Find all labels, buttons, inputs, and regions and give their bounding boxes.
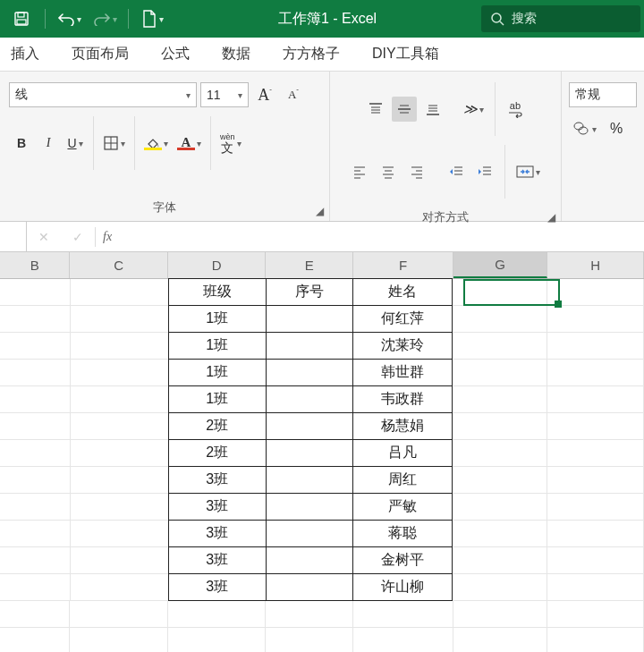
cell[interactable]: 蒋聪 — [352, 520, 453, 547]
font-dialog-launcher[interactable]: ◢ — [316, 205, 324, 217]
cell[interactable] — [71, 574, 169, 601]
cell[interactable]: 3班 — [168, 493, 267, 521]
cell[interactable]: 何红萍 — [352, 305, 453, 333]
align-middle-button[interactable] — [392, 97, 417, 122]
cell[interactable] — [266, 412, 353, 440]
cell[interactable] — [266, 628, 353, 652]
cell[interactable] — [71, 306, 169, 333]
cell[interactable] — [0, 601, 70, 628]
cell[interactable] — [547, 306, 644, 333]
tab-fangfang[interactable]: 方方格子 — [279, 38, 343, 71]
file-button[interactable]: ▾ — [138, 4, 166, 33]
align-center-button[interactable] — [376, 159, 401, 184]
col-header-F[interactable]: F — [353, 252, 453, 278]
cell[interactable] — [453, 494, 547, 521]
alignment-dialog-launcher[interactable]: ◢ — [547, 211, 555, 224]
cell[interactable] — [547, 467, 644, 494]
cell[interactable] — [547, 521, 644, 547]
tab-diy-tools[interactable]: DIY工具箱 — [369, 38, 443, 71]
tab-page-layout[interactable]: 页面布局 — [68, 38, 132, 71]
cell[interactable] — [266, 466, 353, 494]
cell[interactable] — [0, 467, 71, 494]
cell[interactable]: 吕凡 — [352, 439, 453, 467]
orientation-button[interactable]: ≫▾ — [460, 97, 487, 122]
cell[interactable] — [547, 440, 644, 467]
cell[interactable] — [71, 467, 169, 494]
cell[interactable] — [453, 306, 547, 333]
undo-button[interactable]: ▾ — [55, 4, 83, 33]
percent-button[interactable]: % — [604, 116, 629, 141]
cell[interactable] — [71, 494, 169, 521]
tab-data[interactable]: 数据 — [218, 38, 254, 71]
borders-button[interactable]: ▾ — [99, 131, 129, 156]
cell[interactable] — [71, 440, 169, 467]
save-button[interactable] — [7, 4, 36, 33]
cell[interactable] — [71, 386, 169, 413]
cell[interactable]: 沈莱玲 — [352, 332, 453, 360]
cell[interactable] — [353, 601, 453, 628]
cell[interactable] — [453, 521, 547, 547]
fill-color-button[interactable]: ▾ — [140, 131, 172, 156]
cell[interactable] — [547, 279, 644, 306]
col-header-B[interactable]: B — [0, 252, 70, 278]
cell[interactable] — [71, 413, 169, 440]
cell[interactable]: 周红 — [352, 466, 453, 494]
font-name-combo[interactable]: 线▾ — [9, 82, 197, 107]
cell[interactable] — [0, 333, 71, 360]
cell[interactable] — [453, 467, 547, 494]
col-header-H[interactable]: H — [547, 252, 644, 278]
cell[interactable] — [547, 547, 644, 574]
cell[interactable] — [0, 306, 71, 333]
cell[interactable] — [547, 386, 644, 413]
align-right-button[interactable] — [404, 159, 429, 184]
cell[interactable]: 严敏 — [352, 493, 453, 521]
cell[interactable] — [266, 439, 353, 467]
cell[interactable]: 杨慧娟 — [352, 412, 453, 440]
cell[interactable] — [547, 494, 644, 521]
increase-font-button[interactable]: Aˆ — [252, 82, 277, 107]
decrease-indent-button[interactable] — [444, 159, 469, 184]
cell[interactable]: 1班 — [168, 332, 267, 360]
cell[interactable] — [547, 628, 644, 652]
col-header-C[interactable]: C — [70, 252, 168, 278]
cell[interactable] — [0, 494, 71, 521]
cell[interactable]: 1班 — [168, 359, 267, 386]
cell[interactable] — [0, 574, 71, 601]
italic-button[interactable]: I — [36, 131, 61, 156]
cell[interactable]: 3班 — [168, 546, 267, 574]
tab-formulas[interactable]: 公式 — [157, 38, 193, 71]
increase-indent-button[interactable] — [472, 159, 497, 184]
decrease-font-button[interactable]: Aˇ — [281, 82, 306, 107]
cell[interactable]: 1班 — [168, 385, 267, 413]
cell[interactable]: 班级 — [168, 278, 267, 306]
cell[interactable] — [266, 359, 353, 386]
cell[interactable] — [453, 547, 547, 574]
align-top-button[interactable] — [363, 97, 388, 122]
name-box[interactable] — [0, 222, 27, 251]
cell[interactable] — [266, 520, 353, 547]
cell[interactable] — [453, 628, 548, 652]
cell[interactable] — [266, 385, 353, 413]
cell[interactable] — [266, 573, 353, 601]
cell[interactable] — [453, 440, 547, 467]
wrap-text-button[interactable]: ab — [503, 97, 528, 122]
cell[interactable] — [168, 601, 267, 628]
cancel-formula-button[interactable]: ✕ — [27, 222, 61, 251]
cell[interactable] — [453, 413, 547, 440]
cell[interactable] — [71, 279, 169, 306]
cell[interactable] — [453, 360, 547, 386]
align-bottom-button[interactable] — [420, 97, 445, 122]
number-format-combo[interactable]: 常规 — [569, 82, 637, 107]
cell[interactable] — [0, 521, 71, 547]
cell[interactable] — [453, 386, 547, 413]
cell[interactable] — [453, 333, 547, 360]
merge-cells-button[interactable]: ▾ — [513, 159, 544, 184]
cell[interactable] — [71, 547, 169, 574]
cell[interactable]: 序号 — [266, 278, 353, 306]
cell[interactable] — [266, 305, 353, 333]
cell[interactable] — [71, 360, 169, 386]
cell[interactable] — [547, 574, 644, 601]
font-color-button[interactable]: A ▾ — [174, 131, 205, 156]
cell[interactable]: 金树平 — [352, 546, 453, 574]
cell[interactable] — [453, 279, 547, 306]
